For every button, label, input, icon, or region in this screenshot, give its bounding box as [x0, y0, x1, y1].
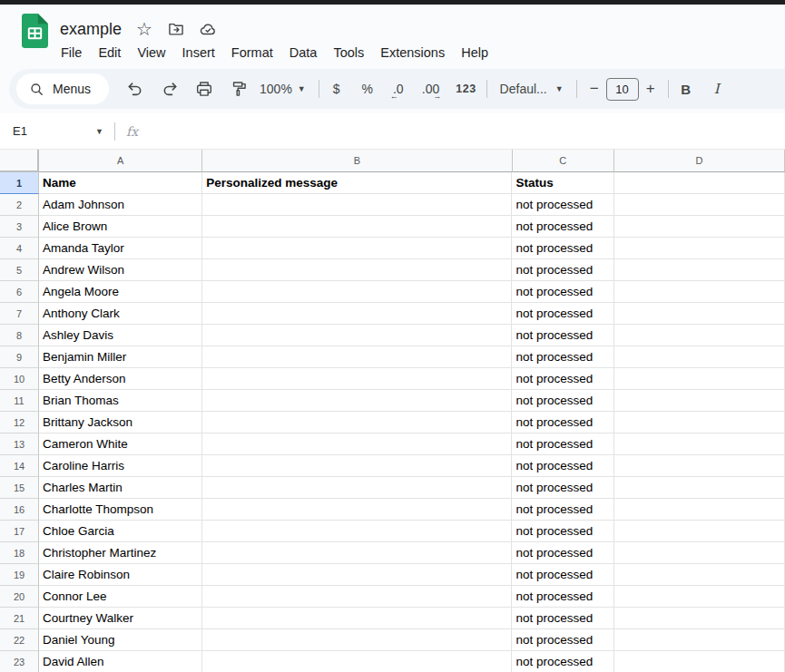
cell-D5[interactable] [614, 259, 785, 281]
more-formats-button[interactable]: 123 [451, 75, 480, 102]
menu-item-data[interactable]: Data [281, 43, 326, 63]
cell-D8[interactable] [614, 325, 785, 346]
cell-B8[interactable] [202, 325, 512, 346]
increase-font-size-button[interactable]: + [639, 75, 662, 102]
cell-A3[interactable]: Alice Brown [39, 216, 202, 238]
cell-D13[interactable] [614, 433, 785, 455]
cell-C17[interactable]: not processed [512, 521, 613, 542]
row-header-16[interactable]: 16 [0, 499, 39, 521]
cell-B16[interactable] [202, 499, 512, 521]
cell-B5[interactable] [202, 259, 512, 281]
row-header-2[interactable]: 2 [0, 194, 39, 216]
cell-D7[interactable] [614, 303, 785, 325]
cell-B4[interactable] [202, 238, 512, 259]
row-header-5[interactable]: 5 [0, 259, 39, 281]
cell-C22[interactable]: not processed [512, 629, 613, 651]
cell-D12[interactable] [614, 412, 785, 433]
row-header-20[interactable]: 20 [0, 586, 39, 608]
cell-C19[interactable]: not processed [512, 564, 613, 586]
cell-B18[interactable] [202, 542, 512, 564]
undo-button[interactable] [122, 75, 149, 102]
row-header-3[interactable]: 3 [0, 216, 39, 238]
cell-B1[interactable]: Personalized message [202, 172, 512, 194]
row-header-6[interactable]: 6 [0, 281, 39, 303]
row-header-9[interactable]: 9 [0, 346, 39, 368]
cell-A8[interactable]: Ashley Davis [39, 325, 202, 346]
row-header-13[interactable]: 13 [0, 433, 39, 455]
row-header-1[interactable]: 1 [0, 172, 39, 194]
cell-A12[interactable]: Brittany Jackson [39, 412, 202, 433]
cell-A20[interactable]: Connor Lee [39, 586, 202, 608]
cell-D3[interactable] [614, 216, 785, 238]
column-header-d[interactable]: D [614, 150, 785, 172]
cell-C16[interactable]: not processed [512, 499, 613, 521]
font-size-input[interactable]: 10 [606, 78, 639, 101]
row-header-22[interactable]: 22 [0, 629, 39, 651]
cell-A18[interactable]: Christopher Martinez [39, 542, 202, 564]
increase-decimal-button[interactable]: .00 → [417, 75, 444, 102]
cell-A21[interactable]: Courtney Walker [39, 608, 202, 629]
font-selector[interactable]: Defaul... ▼ [493, 75, 571, 102]
row-header-23[interactable]: 23 [0, 651, 39, 672]
cell-C8[interactable]: not processed [512, 325, 613, 346]
cell-C15[interactable]: not processed [512, 477, 613, 499]
cell-A14[interactable]: Caroline Harris [39, 455, 202, 477]
cell-C23[interactable]: not processed [512, 651, 613, 672]
cell-B9[interactable] [202, 346, 512, 368]
bold-button[interactable]: B [674, 75, 698, 102]
cell-A22[interactable]: Daniel Young [39, 629, 202, 651]
column-header-c[interactable]: C [513, 150, 614, 172]
cell-C14[interactable]: not processed [512, 455, 613, 477]
menu-item-insert[interactable]: Insert [174, 43, 223, 63]
cell-A23[interactable]: David Allen [39, 651, 202, 672]
cell-C20[interactable]: not processed [512, 586, 613, 608]
cell-B15[interactable] [202, 477, 512, 499]
italic-button[interactable]: I [705, 75, 729, 102]
row-header-18[interactable]: 18 [0, 542, 39, 564]
cell-C7[interactable]: not processed [512, 303, 613, 325]
cell-C5[interactable]: not processed [512, 259, 613, 281]
cloud-saved-icon[interactable] [199, 20, 217, 38]
cell-C2[interactable]: not processed [512, 194, 613, 216]
menu-item-extensions[interactable]: Extensions [372, 43, 453, 63]
decrease-decimal-button[interactable]: .0 ← [387, 75, 410, 102]
move-folder-icon[interactable] [167, 20, 185, 38]
row-header-8[interactable]: 8 [0, 325, 39, 346]
row-header-7[interactable]: 7 [0, 303, 39, 325]
cell-D11[interactable] [614, 390, 785, 412]
row-header-10[interactable]: 10 [0, 368, 39, 390]
cell-D19[interactable] [614, 564, 785, 586]
cell-A2[interactable]: Adam Johnson [39, 194, 202, 216]
print-button[interactable] [191, 75, 218, 102]
cell-B13[interactable] [202, 433, 512, 455]
cell-C11[interactable]: not processed [512, 390, 613, 412]
row-header-17[interactable]: 17 [0, 521, 39, 542]
cell-A4[interactable]: Amanda Taylor [39, 238, 202, 259]
cell-B11[interactable] [202, 390, 512, 412]
paint-format-button[interactable] [225, 75, 252, 102]
star-icon[interactable]: ☆ [135, 20, 153, 38]
cell-B22[interactable] [202, 629, 512, 651]
cell-C10[interactable]: not processed [512, 368, 613, 390]
row-header-15[interactable]: 15 [0, 477, 39, 499]
cell-D14[interactable] [614, 455, 785, 477]
document-title[interactable]: example [60, 20, 122, 39]
format-percent-button[interactable]: % [356, 75, 379, 102]
menu-item-edit[interactable]: Edit [90, 43, 129, 63]
cell-C21[interactable]: not processed [512, 608, 613, 629]
column-header-b[interactable]: B [202, 150, 512, 172]
cell-D1[interactable] [614, 172, 785, 194]
cell-A17[interactable]: Chloe Garcia [39, 521, 202, 542]
cell-C3[interactable]: not processed [512, 216, 613, 238]
cell-A9[interactable]: Benjamin Miller [39, 346, 202, 368]
row-header-11[interactable]: 11 [0, 390, 39, 412]
row-header-12[interactable]: 12 [0, 412, 39, 433]
cell-B23[interactable] [202, 651, 512, 672]
google-sheets-logo-icon[interactable] [22, 14, 48, 48]
menus-button[interactable]: Menus [16, 73, 109, 104]
menu-item-tools[interactable]: Tools [325, 43, 372, 63]
cell-A19[interactable]: Claire Robinson [39, 564, 202, 586]
cell-A7[interactable]: Anthony Clark [39, 303, 202, 325]
decrease-font-size-button[interactable]: − [583, 75, 606, 102]
cell-D6[interactable] [614, 281, 785, 303]
